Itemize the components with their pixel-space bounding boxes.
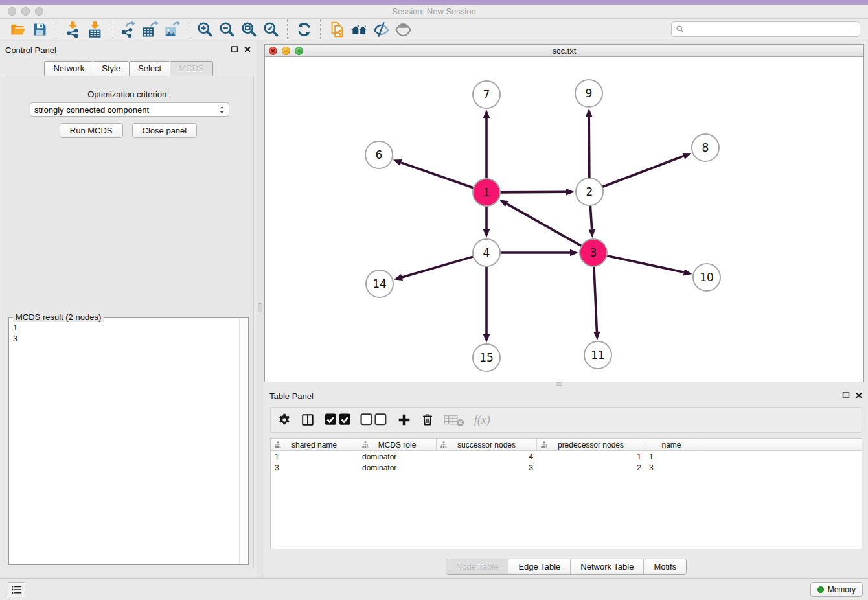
graph-edge-3-11[interactable] (594, 266, 597, 332)
divider-handle[interactable] (258, 303, 262, 312)
hide-glasses-button[interactable] (370, 19, 392, 39)
column-header-successor-nodes[interactable]: successor nodes (437, 439, 537, 451)
delete-column-button[interactable] (420, 411, 435, 428)
graph-node-2[interactable]: 2 (576, 178, 603, 205)
zoom-selected-button[interactable] (260, 19, 282, 39)
export-network-button[interactable] (117, 19, 139, 39)
tab-mcds[interactable]: MCDS (170, 61, 212, 76)
zoom-in-button[interactable] (194, 19, 216, 39)
close-panel-icon[interactable] (244, 45, 251, 53)
deselect-all-button[interactable] (360, 411, 387, 428)
split-column-icon (301, 413, 315, 427)
zoom-out-button[interactable] (216, 19, 238, 39)
cell-successor-nodes[interactable]: 3 (437, 463, 537, 472)
edge-arrowhead (570, 249, 578, 256)
graph-node-11[interactable]: 11 (584, 341, 611, 369)
cell-successor-nodes[interactable]: 4 (437, 452, 537, 461)
graph-node-3[interactable]: 3 (580, 239, 607, 266)
graph-node-6[interactable]: 6 (365, 141, 393, 168)
table-settings-button[interactable] (277, 411, 291, 428)
run-mcds-button[interactable]: Run MCDS (60, 123, 123, 138)
task-history-button[interactable] (8, 582, 25, 597)
table-header-row: shared name MCDS role successor nodes pr… (271, 439, 862, 451)
node-table[interactable]: shared name MCDS role successor nodes pr… (270, 438, 862, 549)
refresh-layout-button[interactable] (293, 19, 315, 39)
cell-predecessor-nodes[interactable]: 1 (537, 452, 645, 461)
graph-node-9[interactable]: 9 (575, 80, 602, 107)
graph-edge-1-6[interactable] (401, 163, 474, 188)
graph-node-10[interactable]: 10 (693, 264, 720, 291)
export-image-button[interactable] (161, 19, 183, 39)
graph-edge-1-2[interactable] (500, 192, 566, 192)
graph-edge-4-14[interactable] (402, 257, 474, 277)
home-button[interactable] (348, 19, 370, 39)
edge-arrowhead (483, 110, 490, 118)
close-panel-button[interactable]: Close panel (132, 123, 198, 138)
criterion-dropdown[interactable]: strongly connected component (30, 102, 229, 117)
graph-node-15[interactable]: 15 (473, 344, 500, 371)
search-field[interactable] (671, 21, 860, 37)
home-icon (350, 21, 368, 38)
graph-edge-3-10[interactable] (607, 255, 684, 272)
graph-node-4[interactable]: 4 (473, 239, 500, 266)
tab-motifs[interactable]: Motifs (643, 559, 686, 574)
network-canvas[interactable]: 1234678910111415 (265, 57, 863, 382)
column-header-mcds-role[interactable]: MCDS role (358, 439, 437, 451)
graph-edge-2-3[interactable] (590, 205, 591, 229)
graph-node-7[interactable]: 7 (473, 81, 500, 108)
save-floppy-icon (31, 21, 49, 38)
column-header-predecessor-nodes[interactable]: predecessor nodes (537, 439, 645, 451)
network-window-titlebar[interactable]: scc.txt (265, 45, 863, 57)
cell-name[interactable]: 1 (645, 452, 698, 461)
graph-node-1[interactable]: 1 (473, 179, 500, 206)
add-column-button[interactable] (397, 411, 411, 428)
titlebar: Session: New Session (0, 5, 868, 19)
cell-shared-name[interactable]: 3 (271, 463, 358, 472)
import-table-button[interactable] (84, 19, 106, 39)
close-panel-icon[interactable] (855, 391, 863, 399)
table-row[interactable]: 1 dominator 4 1 1 (271, 451, 862, 462)
graph-edge-2-8[interactable] (602, 156, 684, 187)
column-header-shared-name[interactable]: shared name (271, 439, 358, 451)
save-session-button[interactable] (29, 19, 51, 39)
vertical-split-divider[interactable] (257, 40, 264, 578)
edge-arrowhead (566, 189, 575, 195)
result-line: 3 (13, 333, 17, 344)
float-panel-icon[interactable] (842, 391, 850, 399)
cell-mcds-role[interactable]: dominator (358, 463, 437, 472)
graph-node-8[interactable]: 8 (692, 134, 719, 161)
table-toolbar: f(x) (270, 407, 862, 433)
tab-select[interactable]: Select (129, 61, 170, 76)
edge-arrowhead (682, 153, 691, 159)
memory-button[interactable]: Memory (810, 582, 863, 597)
graph-node-14[interactable]: 14 (366, 270, 393, 297)
float-panel-icon[interactable] (231, 45, 238, 53)
zoom-fit-button[interactable] (238, 19, 260, 39)
show-eye-button[interactable] (392, 19, 414, 39)
select-all-button[interactable] (324, 411, 351, 428)
open-session-button[interactable] (6, 19, 29, 39)
cell-name[interactable]: 3 (645, 463, 698, 472)
tab-network[interactable]: Network (44, 61, 93, 76)
import-network-button[interactable] (62, 19, 84, 39)
column-header-name[interactable]: name (645, 439, 698, 451)
duplicate-network-button[interactable] (326, 19, 348, 39)
export-table-button[interactable] (139, 19, 161, 39)
show-columns-button[interactable] (301, 411, 315, 428)
tab-style[interactable]: Style (93, 61, 130, 76)
cell-mcds-role[interactable]: dominator (358, 452, 437, 461)
cell-shared-name[interactable]: 1 (271, 452, 358, 461)
mcds-result-text[interactable]: 1 3 (13, 322, 17, 344)
cell-predecessor-nodes[interactable]: 2 (537, 463, 645, 472)
table-row[interactable]: 3 dominator 3 2 3 (271, 462, 862, 473)
edge-arrowhead (586, 108, 592, 117)
tab-network-table[interactable]: Network Table (570, 559, 643, 574)
result-scrollbar[interactable] (239, 319, 247, 564)
tab-edge-table[interactable]: Edge Table (508, 559, 570, 574)
tab-node-table[interactable]: Node Table (446, 559, 508, 574)
graph-edge-3-1[interactable] (507, 204, 581, 246)
divider-handle[interactable] (556, 382, 562, 386)
toolbar-separator (320, 19, 321, 39)
search-input[interactable] (685, 23, 860, 36)
graph-edge-2-9[interactable] (589, 117, 589, 178)
